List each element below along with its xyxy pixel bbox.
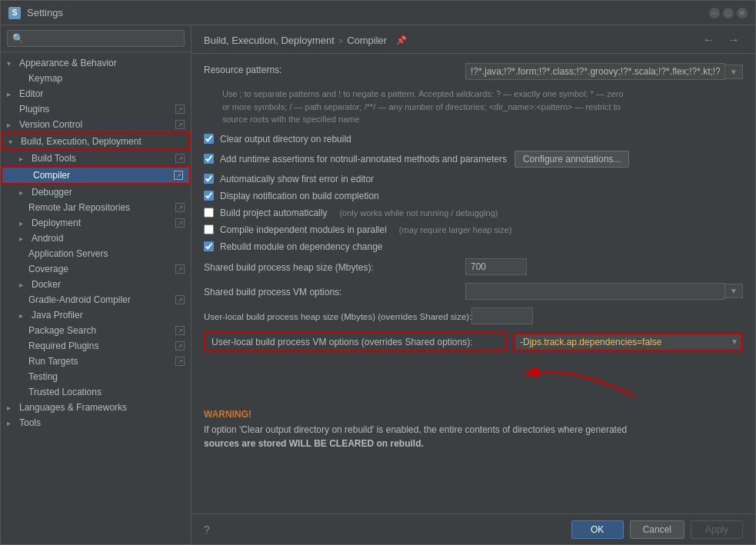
sidebar-item-label: Debugger <box>32 187 72 198</box>
external-icon: ↗ <box>175 203 185 212</box>
search-box <box>1 25 191 52</box>
resource-patterns-label: Resource patterns: <box>204 63 465 75</box>
close-button[interactable]: ✕ <box>737 8 748 18</box>
arrow-icon: ▾ <box>8 138 18 146</box>
add-runtime-row: Add runtime assertions for notnull-annot… <box>204 151 743 168</box>
nav-forward-button[interactable]: → <box>724 33 743 47</box>
sidebar-item-keymap[interactable]: Keymap <box>1 71 191 86</box>
arrow-icon: ▸ <box>19 188 28 197</box>
nav-tree: ▾ Appearance & Behavior Keymap ▸ Editor … <box>1 52 191 544</box>
sidebar-item-docker[interactable]: ▸ Docker <box>1 277 191 292</box>
sidebar-item-build-exec[interactable]: ▾ Build, Execution, Deployment <box>1 132 191 151</box>
sidebar: ▾ Appearance & Behavior Keymap ▸ Editor … <box>1 25 191 544</box>
sidebar-item-gradle-android[interactable]: Gradle-Android Compiler ↗ <box>1 292 191 307</box>
sidebar-item-label: Remote Jar Repositories <box>28 202 130 213</box>
build-auto-checkbox[interactable] <box>204 208 214 218</box>
arrow-icon: ▸ <box>19 234 28 243</box>
sidebar-item-coverage[interactable]: Coverage ↗ <box>1 261 191 277</box>
heap-size-row: Shared build process heap size (Mbytes): <box>204 258 743 275</box>
nav-back-button[interactable]: ← <box>700 33 718 47</box>
sidebar-item-tools[interactable]: ▸ Tools <box>1 415 191 430</box>
panel-header: Build, Execution, Deployment › Compiler … <box>191 25 755 54</box>
sidebar-item-version-control[interactable]: ▸ Version Control ↗ <box>1 117 191 132</box>
compile-independent-row: Compile independent modules in parallel … <box>204 224 743 235</box>
sidebar-item-label: Trusted Locations <box>28 387 102 397</box>
sidebar-item-label: Appearance & Behavior <box>19 58 117 68</box>
compile-independent-label: Compile independent modules in parallel <box>220 224 387 235</box>
sidebar-item-label: Run Targets <box>28 356 78 367</box>
sidebar-item-label: Languages & Frameworks <box>19 402 127 413</box>
search-input[interactable] <box>7 30 185 47</box>
ok-button[interactable]: OK <box>571 520 624 539</box>
clear-output-checkbox[interactable] <box>204 134 214 144</box>
minimize-button[interactable]: — <box>709 8 720 18</box>
sidebar-item-languages[interactable]: ▸ Languages & Frameworks <box>1 400 191 415</box>
sidebar-item-debugger[interactable]: ▸ Debugger <box>1 184 191 200</box>
sidebar-item-compiler[interactable]: ▸ Compiler ↗ <box>1 166 191 184</box>
breadcrumb-current: Compiler <box>347 35 387 46</box>
sidebar-item-appearance[interactable]: ▾ Appearance & Behavior <box>1 55 191 71</box>
help-button[interactable]: ? <box>204 523 210 536</box>
display-notification-checkbox[interactable] <box>204 191 214 201</box>
external-icon: ↗ <box>175 264 185 274</box>
sidebar-item-trusted-locations[interactable]: Trusted Locations <box>1 384 191 400</box>
sidebar-item-java-profiler[interactable]: ▸ Java Profiler <box>1 307 191 323</box>
breadcrumb-separator: › <box>339 35 342 46</box>
sidebar-item-testing[interactable]: Testing <box>1 369 191 384</box>
arrow-icon: ▸ <box>19 311 28 320</box>
shared-vm-options-input[interactable] <box>465 283 725 300</box>
arrow-icon: ▸ <box>7 90 16 98</box>
clear-output-row: Clear output directory on rebuild <box>204 134 743 145</box>
sidebar-item-plugins[interactable]: ▸ Plugins ↗ <box>1 101 191 117</box>
maximize-button[interactable]: □ <box>723 8 734 18</box>
breadcrumb-part1: Build, Execution, Deployment <box>204 35 335 46</box>
cancel-button[interactable]: Cancel <box>630 520 684 539</box>
warning-box: WARNING! If option 'Clear output directo… <box>204 401 743 450</box>
arrow-icon: ▸ <box>19 219 28 228</box>
sidebar-item-label: Java Profiler <box>32 310 83 321</box>
shared-vm-options-expand-button[interactable]: ▼ <box>725 284 743 298</box>
heap-size-label: Shared build process heap size (Mbytes): <box>204 261 465 273</box>
user-heap-row: User-local build process heap size (Mbyt… <box>204 307 743 324</box>
resource-patterns-input[interactable] <box>465 63 725 80</box>
sidebar-item-package-search[interactable]: Package Search ↗ <box>1 323 191 338</box>
auto-show-error-checkbox[interactable] <box>204 174 214 184</box>
sidebar-item-deployment[interactable]: ▸ Deployment ↗ <box>1 215 191 231</box>
arrow-icon: ▾ <box>7 59 16 68</box>
user-heap-label: User-local build process heap size (Mbyt… <box>204 311 471 321</box>
user-heap-input[interactable] <box>471 307 533 324</box>
sidebar-item-build-tools[interactable]: ▸ Build Tools ↗ <box>1 151 191 166</box>
sidebar-item-label: Required Plugins <box>28 341 98 351</box>
sidebar-item-run-targets[interactable]: Run Targets ↗ <box>1 354 191 369</box>
breadcrumb: Build, Execution, Deployment › Compiler … <box>204 35 407 46</box>
add-runtime-label: Add runtime assertions for notnull-annot… <box>220 154 507 164</box>
resource-patterns-value: ▼ <box>465 63 743 80</box>
right-panel: Build, Execution, Deployment › Compiler … <box>191 25 755 544</box>
sidebar-item-editor[interactable]: ▸ Editor <box>1 86 191 101</box>
sidebar-item-label: Plugins <box>19 104 49 115</box>
apply-button[interactable]: Apply <box>691 520 743 539</box>
pin-icon: 📌 <box>396 35 407 45</box>
sidebar-item-label: Docker <box>32 279 61 290</box>
resource-patterns-expand-button[interactable]: ▼ <box>725 65 743 79</box>
sidebar-item-app-servers[interactable]: Application Servers <box>1 246 191 261</box>
arrow-icon: ▸ <box>7 419 16 427</box>
sidebar-item-label: Version Control <box>19 119 82 130</box>
rebuild-module-checkbox[interactable] <box>204 241 214 251</box>
add-runtime-checkbox[interactable] <box>204 154 214 164</box>
sidebar-item-remote-jar[interactable]: Remote Jar Repositories ↗ <box>1 200 191 215</box>
titlebar: S Settings — □ ✕ <box>1 1 755 25</box>
user-vm-options-input[interactable] <box>515 334 728 350</box>
compile-independent-hint: (may require larger heap size) <box>399 225 512 234</box>
sidebar-item-label: Build Tools <box>32 153 76 164</box>
sidebar-item-android[interactable]: ▸ Android <box>1 231 191 246</box>
compile-independent-checkbox[interactable] <box>204 224 214 234</box>
red-arrow-svg <box>420 358 651 398</box>
heap-size-input[interactable] <box>465 258 527 275</box>
settings-window: S Settings — □ ✕ ▾ Appearance & Behavior <box>0 0 756 545</box>
red-arrow-container <box>204 358 743 398</box>
arrow-icon: ▸ <box>7 121 16 129</box>
configure-annotations-button[interactable]: Configure annotations... <box>515 151 629 168</box>
rebuild-module-row: Rebuild module on dependency change <box>204 241 743 252</box>
sidebar-item-required-plugins[interactable]: Required Plugins ↗ <box>1 338 191 354</box>
